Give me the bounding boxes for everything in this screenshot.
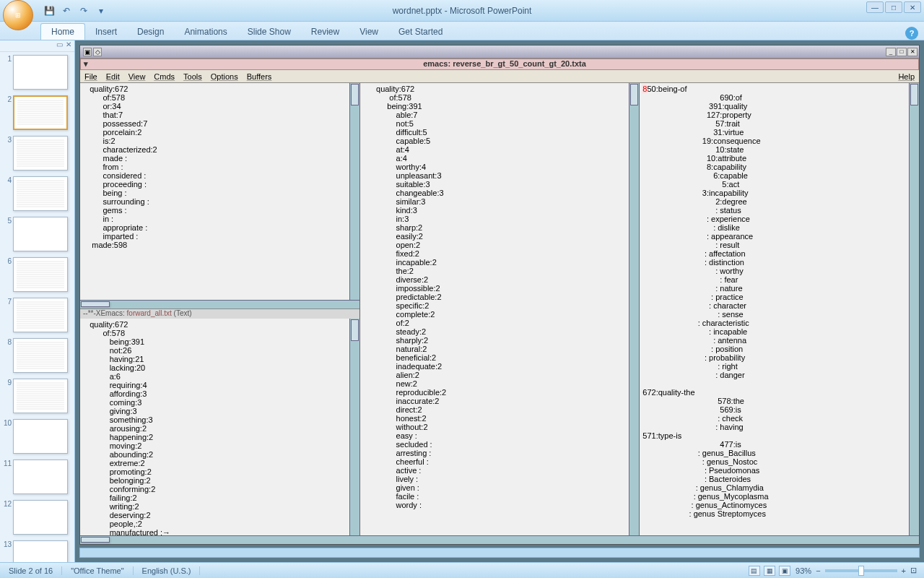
minimize-button[interactable]: — <box>866 1 884 13</box>
buffer-left-bottom[interactable]: quality:672 of:578 being:391 not:26 havi… <box>80 319 349 535</box>
slide-thumbnail[interactable] <box>13 540 68 562</box>
thumb-number: 5 <box>3 217 13 225</box>
zoom-percent[interactable]: 93% <box>796 566 811 575</box>
tab-review[interactable]: Review <box>301 24 349 40</box>
status-language[interactable]: English (U.S.) <box>134 566 201 575</box>
help-icon[interactable]: ? <box>905 27 918 40</box>
slide-edit-area: ▣ ◇ _ □ ✕ ▾ emacs: reverse_br_gt_50_coun… <box>75 40 924 562</box>
panel-close-icon[interactable]: ✕ <box>66 40 71 51</box>
menu-view[interactable]: View <box>128 72 146 81</box>
zoom-out-icon[interactable]: − <box>816 566 820 575</box>
emacs-path-title: emacs: reverse_br_gt_50_count_gt_20.txta <box>423 59 586 68</box>
window-title: wordnet.pptx - Microsoft PowerPoint <box>393 6 532 16</box>
thumb-number: 11 <box>3 460 13 467</box>
tab-view[interactable]: View <box>349 24 388 40</box>
tab-animations[interactable]: Animations <box>174 24 237 40</box>
panel-header: ▭ ✕ <box>0 40 74 52</box>
thumb-number: 4 <box>3 176 13 184</box>
slide-thumbnail[interactable] <box>13 500 68 535</box>
sorter-view-icon[interactable]: ▦ <box>764 566 775 576</box>
scrollbar[interactable] <box>909 83 919 535</box>
thumb-number: 13 <box>3 540 13 548</box>
slides-panel: ▭ ✕ 12345678910111213 <box>0 40 75 562</box>
fit-window-icon[interactable]: ⊡ <box>910 566 917 575</box>
emacs-titlebar: ▣ ◇ _ □ ✕ <box>80 46 919 59</box>
thumb-number: 3 <box>3 136 13 144</box>
slide-thumbnail[interactable] <box>13 379 68 413</box>
emacs-pathbar: ▾ emacs: reverse_br_gt_50_count_gt_20.tx… <box>80 59 919 70</box>
thumb-number: 1 <box>3 55 13 63</box>
emacs-mid-column: quality:672 of:578 being:391 able:7 not:… <box>360 83 640 535</box>
thumb-number: 12 <box>3 500 13 508</box>
slide-thumbnail[interactable] <box>13 460 68 494</box>
zoom-in-icon[interactable]: + <box>902 566 906 575</box>
emacs-body: quality:672 of:578 or:34 that:7 possesse… <box>80 83 919 535</box>
view-buttons: ▤ ▦ ▣ <box>748 566 791 576</box>
slide-thumbnail[interactable] <box>13 298 68 332</box>
menu-options[interactable]: Options <box>211 72 238 81</box>
hscrollbar[interactable] <box>80 300 359 309</box>
zoom-slider[interactable] <box>825 569 897 572</box>
emacs-right-column: 850:being-of 690:of 391:quality 127:prop… <box>640 83 919 535</box>
thumb-number: 9 <box>3 379 13 387</box>
emacs-sys-icon[interactable]: ▣ <box>83 48 92 56</box>
maximize-button[interactable]: □ <box>885 1 902 13</box>
slide-thumbnail[interactable] <box>13 257 68 292</box>
status-theme: "Office Theme" <box>62 566 133 575</box>
modeline-left-top: --**-XEmacs: forward_all.txt (Text) <box>80 309 359 319</box>
emacs-minimize-icon[interactable]: _ <box>886 48 896 56</box>
slide-thumbnail[interactable] <box>13 136 68 171</box>
emacs-menubar: File Edit View Cmds Tools Options Buffer… <box>80 70 919 83</box>
qat-dropdown-icon[interactable]: ▾ <box>95 5 107 17</box>
menu-buffers[interactable]: Buffers <box>247 72 272 81</box>
scrollbar[interactable] <box>349 83 359 300</box>
menu-cmds[interactable]: Cmds <box>154 72 175 81</box>
menu-tools[interactable]: Tools <box>183 72 202 81</box>
slide-thumbnail[interactable] <box>13 176 68 211</box>
scrollbar[interactable] <box>629 83 639 535</box>
content-area: ▭ ✕ 12345678910111213 ▣ ◇ _ □ ✕ ▾ <box>0 40 924 562</box>
slide-thumbnail[interactable] <box>13 338 68 373</box>
office-button[interactable]: ⊞ <box>3 0 33 30</box>
thumb-number: 2 <box>3 95 13 103</box>
menu-help[interactable]: Help <box>898 72 915 81</box>
emacs-bottom-hscroll[interactable] <box>80 535 919 544</box>
slide-thumbnail[interactable] <box>13 55 68 90</box>
normal-view-icon[interactable]: ▤ <box>749 566 760 576</box>
pathbar-arrow-icon[interactable]: ▾ <box>81 59 91 69</box>
thumb-number: 7 <box>3 298 13 306</box>
emacs-window: ▣ ◇ _ □ ✕ ▾ emacs: reverse_br_gt_50_coun… <box>79 45 920 545</box>
menu-file[interactable]: File <box>84 72 97 81</box>
redo-icon[interactable]: ↷ <box>78 5 90 17</box>
slide-thumbnail[interactable] <box>13 217 68 251</box>
slide-thumbnail[interactable] <box>13 419 68 454</box>
office-logo-icon: ⊞ <box>15 12 21 19</box>
scrollbar[interactable] <box>349 319 359 535</box>
buffer-mid[interactable]: quality:672 of:578 being:391 able:7 not:… <box>360 83 629 535</box>
titlebar: ⊞ 💾 ↶ ↷ ▾ wordnet.pptx - Microsoft Power… <box>0 0 924 22</box>
emacs-close-icon[interactable]: ✕ <box>907 48 918 56</box>
emacs-menu-icon[interactable]: ◇ <box>93 48 102 56</box>
slide-thumbnail[interactable] <box>13 95 68 130</box>
outline-tab-icon[interactable]: ▭ <box>56 40 63 51</box>
tab-design[interactable]: Design <box>127 24 174 40</box>
save-icon[interactable]: 💾 <box>43 5 55 17</box>
thumb-number: 10 <box>3 419 13 427</box>
tab-getstarted[interactable]: Get Started <box>388 24 453 40</box>
statusbar: Slide 2 of 16 "Office Theme" English (U.… <box>0 562 924 578</box>
tab-insert[interactable]: Insert <box>85 24 127 40</box>
menu-edit[interactable]: Edit <box>106 72 120 81</box>
close-button[interactable]: ✕ <box>904 1 921 13</box>
slide-hscrollbar[interactable] <box>79 548 920 558</box>
quick-access-toolbar: 💾 ↶ ↷ ▾ <box>43 5 107 17</box>
slideshow-view-icon[interactable]: ▣ <box>779 566 790 576</box>
thumb-number: 8 <box>3 338 13 346</box>
buffer-left-top[interactable]: quality:672 of:578 or:34 that:7 possesse… <box>80 83 349 300</box>
thumbnails-list[interactable]: 12345678910111213 <box>0 52 74 562</box>
tab-home[interactable]: Home <box>40 23 85 40</box>
tab-slideshow[interactable]: Slide Show <box>237 24 301 40</box>
emacs-maximize-icon[interactable]: □ <box>897 48 907 56</box>
undo-icon[interactable]: ↶ <box>61 5 72 17</box>
buffer-right[interactable]: 850:being-of 690:of 391:quality 127:prop… <box>640 83 909 535</box>
status-slide: Slide 2 of 16 <box>0 566 62 575</box>
